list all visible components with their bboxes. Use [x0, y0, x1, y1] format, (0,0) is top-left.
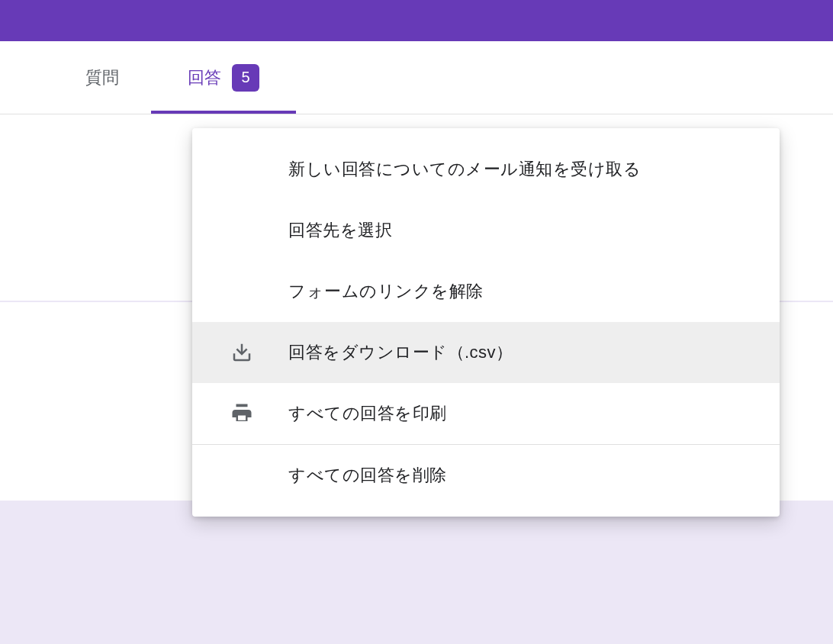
menu-item-label: 新しい回答についてのメール通知を受け取る — [288, 158, 641, 181]
tab-responses[interactable]: 回答 5 — [151, 41, 296, 114]
responses-count-badge: 5 — [232, 64, 259, 92]
menu-item-label: すべての回答を印刷 — [288, 402, 447, 425]
tabs-container: 質問 回答 5 — [0, 41, 833, 114]
tab-questions-label: 質問 — [85, 66, 119, 89]
responses-options-menu: 新しい回答についてのメール通知を受け取る 回答先を選択 フォームのリンクを解除 … — [192, 128, 780, 517]
menu-item-label: フォームのリンクを解除 — [288, 280, 484, 303]
menu-item-unlink-form[interactable]: フォームのリンクを解除 — [192, 261, 780, 322]
menu-item-print-all[interactable]: すべての回答を印刷 — [192, 383, 780, 444]
menu-item-select-destination[interactable]: 回答先を選択 — [192, 200, 780, 261]
print-icon — [230, 402, 288, 425]
menu-item-label: 回答先を選択 — [288, 219, 392, 242]
svg-point-0 — [246, 412, 249, 414]
download-icon — [230, 341, 288, 364]
menu-item-label: すべての回答を削除 — [288, 464, 447, 487]
menu-item-email-notify[interactable]: 新しい回答についてのメール通知を受け取る — [192, 139, 780, 200]
menu-item-delete-all[interactable]: すべての回答を削除 — [192, 445, 780, 506]
menu-item-download-csv[interactable]: 回答をダウンロード（.csv） — [192, 322, 780, 383]
top-bar — [0, 0, 833, 41]
menu-item-label: 回答をダウンロード（.csv） — [288, 341, 513, 364]
tab-questions[interactable]: 質問 — [79, 41, 146, 114]
tab-responses-label: 回答 — [188, 66, 221, 89]
